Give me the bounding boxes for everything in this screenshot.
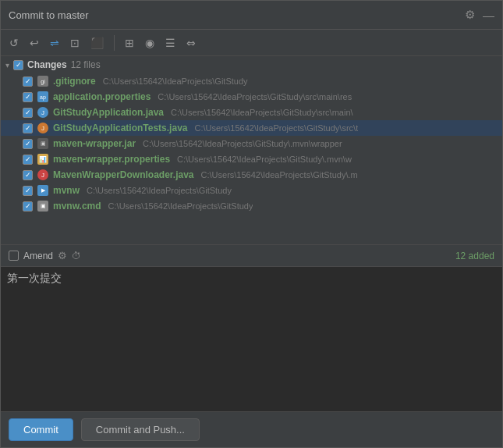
file-checkbox[interactable]: [23, 201, 33, 212]
title-controls: ⚙ —: [465, 8, 494, 22]
file-path: C:\Users\15642\IdeaProjects\GitStudy: [87, 186, 232, 195]
file-item-selected[interactable]: J GitStudyApplicationTests.java C:\Users…: [1, 120, 502, 136]
file-name: application.properties: [53, 91, 151, 102]
sort-button[interactable]: ☰: [161, 34, 179, 52]
amend-settings-icon[interactable]: ⚙: [58, 250, 67, 261]
file-type-icon: ▣: [37, 137, 49, 150]
file-name: .gitignore: [53, 76, 96, 87]
file-type-icon: ap: [37, 91, 49, 103]
refresh-button[interactable]: ↺: [5, 34, 23, 52]
file-item[interactable]: ▣ mvnw.cmd C:\Users\15642\IdeaProjects\G…: [1, 198, 502, 214]
file-path: C:\Users\15642\IdeaProjects\GitStudy: [103, 76, 248, 86]
file-list-area[interactable]: ▾ Changes 12 files gi .gitignore C:\User…: [1, 56, 502, 245]
commit-message-input[interactable]: 第一次提交: [7, 272, 496, 407]
commit-button[interactable]: Commit: [9, 418, 73, 441]
changes-checkbox[interactable]: [13, 60, 23, 70]
file-path: C:\Users\15642\IdeaProjects\GitStudy\src…: [158, 92, 352, 101]
diff-button[interactable]: ⇌: [46, 34, 63, 52]
file-checkbox[interactable]: [23, 170, 33, 180]
file-checkbox[interactable]: [23, 155, 33, 165]
file-type-icon: 📊: [37, 153, 49, 165]
file-type-icon: ▣: [37, 200, 49, 212]
file-type-icon: J: [37, 169, 49, 181]
file-name: MavenWrapperDownloader.java: [53, 169, 194, 180]
file-type-icon: J: [37, 122, 49, 134]
main-window: Commit to master ⚙ — ↺ ↩ ⇌ ⊡ ⬛ ⊞ ◉ ☰ ⇔ ▾…: [0, 0, 503, 448]
changes-header[interactable]: ▾ Changes 12 files: [1, 56, 502, 73]
file-type-icon: J: [37, 106, 49, 119]
expand-button[interactable]: ⇔: [182, 34, 200, 52]
toolbar: ↺ ↩ ⇌ ⊡ ⬛ ⊞ ◉ ☰ ⇔: [1, 30, 502, 56]
file-checkbox[interactable]: [23, 108, 33, 118]
file-checkbox[interactable]: [23, 139, 33, 149]
file-checkbox[interactable]: [23, 123, 33, 133]
title-bar: Commit to master ⚙ —: [1, 1, 502, 30]
file-path: C:\Users\15642\IdeaProjects\GitStudy\.mv…: [143, 139, 342, 148]
file-item[interactable]: gi .gitignore C:\Users\15642\IdeaProject…: [1, 73, 502, 89]
file-checkbox[interactable]: [23, 76, 33, 87]
added-count: 12 added: [455, 251, 494, 261]
eye-button[interactable]: ◉: [141, 34, 158, 52]
amend-left: Amend ⚙ ⏱: [9, 250, 81, 261]
changelists-button[interactable]: ⊞: [121, 34, 138, 52]
file-item[interactable]: ▶ mvnw C:\Users\15642\IdeaProjects\GitSt…: [1, 183, 502, 198]
file-name: maven-wrapper.jar: [53, 138, 136, 149]
button-bar: Commit Commit and Push...: [1, 411, 502, 447]
file-path: C:\Users\15642\IdeaProjects\GitStudy: [108, 201, 253, 211]
file-name: GitStudyApplication.java: [53, 107, 164, 118]
amend-checkbox[interactable]: [9, 251, 19, 261]
unshelve-button[interactable]: ⬛: [87, 34, 108, 52]
window-title: Commit to master: [9, 9, 89, 21]
file-item[interactable]: 📊 maven-wrapper.properties C:\Users\1564…: [1, 151, 502, 167]
file-name: mvnw.cmd: [53, 201, 101, 212]
file-path: C:\Users\15642\IdeaProjects\GitStudy\src…: [194, 123, 358, 133]
minimize-icon[interactable]: —: [483, 9, 494, 22]
file-item[interactable]: ap application.properties C:\Users\15642…: [1, 89, 502, 105]
commit-and-push-button[interactable]: Commit and Push...: [81, 418, 200, 441]
file-path: C:\Users\15642\IdeaProjects\GitStudy\.mv…: [177, 155, 352, 164]
file-checkbox[interactable]: [23, 186, 33, 196]
file-item[interactable]: J GitStudyApplication.java C:\Users\1564…: [1, 105, 502, 120]
file-item[interactable]: ▣ maven-wrapper.jar C:\Users\15642\IdeaP…: [1, 136, 502, 151]
file-path: C:\Users\15642\IdeaProjects\GitStudy\src…: [171, 108, 353, 117]
shelve-button[interactable]: ⊡: [66, 34, 83, 52]
amend-bar: Amend ⚙ ⏱ 12 added: [1, 245, 502, 267]
file-name: GitStudyApplicationTests.java: [53, 123, 187, 133]
file-path: C:\Users\15642\IdeaProjects\GitStudy\.m: [201, 170, 358, 180]
file-name: maven-wrapper.properties: [53, 154, 170, 165]
changes-label: Changes: [27, 59, 67, 70]
file-type-icon: gi: [37, 75, 49, 87]
file-name: mvnw: [53, 185, 80, 196]
file-type-icon: ▶: [37, 184, 49, 197]
settings-icon[interactable]: ⚙: [465, 8, 475, 22]
changes-count: 12 files: [71, 59, 101, 70]
file-item[interactable]: J MavenWrapperDownloader.java C:\Users\1…: [1, 167, 502, 183]
undo-button[interactable]: ↩: [26, 34, 43, 52]
commit-message-area[interactable]: 第一次提交: [1, 267, 502, 411]
chevron-icon: ▾: [5, 61, 9, 69]
amend-label[interactable]: Amend: [23, 251, 53, 261]
amend-clock-icon[interactable]: ⏱: [72, 251, 81, 261]
file-checkbox[interactable]: [23, 92, 33, 102]
toolbar-separator: [114, 35, 115, 51]
